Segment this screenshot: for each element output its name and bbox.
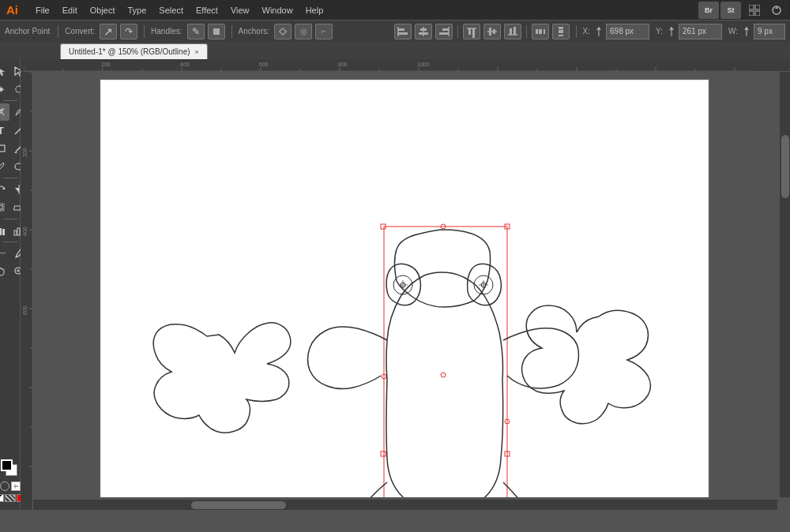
anchor-diamond-icon[interactable] [274, 24, 292, 39]
svg-rect-46 [0, 205, 2, 209]
app-logo: Ai [3, 3, 21, 17]
swap-colors-btn[interactable] [11, 481, 21, 491]
w-coord-input[interactable] [754, 24, 785, 39]
ruler-top: 200 400 600 800 1000 [21, 59, 790, 72]
hand-tool[interactable] [0, 263, 9, 280]
scale-tool[interactable] [0, 199, 9, 216]
tool-separator-2 [3, 178, 17, 178]
anchor-corner-icon[interactable]: ⌐ [315, 24, 333, 39]
svg-rect-51 [2, 229, 5, 235]
align-right-icon[interactable] [435, 24, 453, 39]
convert-arrow-icon[interactable]: ↗ [100, 24, 117, 39]
warp-tool[interactable]: 〰 [0, 245, 9, 262]
align-top-icon[interactable] [463, 24, 480, 39]
artwork-svg[interactable] [33, 72, 768, 497]
tab-label: Untitled-1* @ 150% (RGB/Outline) [69, 47, 190, 56]
svg-line-36 [2, 112, 4, 115]
color-swatches[interactable] [1, 459, 20, 478]
svg-text:800: 800 [338, 62, 348, 67]
menu-edit[interactable]: Edit [56, 0, 84, 20]
x-coord-label: X: [583, 27, 590, 36]
x-coord-input[interactable] [606, 24, 649, 39]
menu-file[interactable]: File [29, 0, 56, 20]
distribute-v-icon[interactable] [552, 24, 570, 39]
magic-wand-tool[interactable]: ✦ [0, 81, 9, 98]
menu-bar: Ai File Edit Object Type Select Effect V… [0, 0, 790, 20]
handle-pen-icon[interactable]: ✎ [187, 24, 205, 39]
bridge-icon[interactable]: Br [698, 2, 719, 19]
svg-rect-40 [0, 145, 5, 152]
graph-tool[interactable] [0, 222, 9, 239]
handle-square-icon[interactable] [208, 24, 225, 39]
svg-marker-44 [2, 187, 6, 189]
handles-label: Handles: [151, 27, 182, 36]
none-swatch[interactable] [0, 481, 9, 491]
menu-type[interactable]: Type [122, 0, 153, 20]
sync-icon[interactable] [766, 2, 787, 19]
svg-rect-26 [544, 29, 545, 34]
menu-object[interactable]: Object [84, 0, 122, 20]
svg-rect-12 [442, 28, 449, 31]
scrollbar-v-thumb[interactable] [781, 135, 789, 198]
anchor-remove-icon[interactable]: ◎ [295, 24, 312, 39]
svg-marker-35 [744, 27, 749, 30]
artwork-viewport[interactable] [33, 72, 790, 497]
svg-rect-24 [536, 29, 538, 34]
svg-text:400: 400 [22, 227, 28, 236]
svg-marker-42 [14, 152, 17, 153]
svg-rect-15 [468, 28, 471, 35]
type-tool[interactable]: T [0, 122, 9, 139]
anchor-point-label: Anchor Point [5, 27, 50, 36]
workspace-grid-icon[interactable] [744, 2, 765, 19]
tab-bar: Untitled-1* @ 150% (RGB/Outline) × [0, 42, 790, 59]
paintbrush-tool[interactable] [0, 158, 9, 175]
scrollbar-h-thumb[interactable] [191, 501, 286, 509]
color-mode-btn[interactable] [0, 494, 4, 502]
ruler-left: 200 400 600 [21, 72, 33, 510]
svg-text:200: 200 [101, 62, 111, 67]
svg-text:600: 600 [22, 305, 28, 315]
svg-text:400: 400 [180, 62, 190, 67]
stock-icon[interactable]: St [720, 2, 741, 19]
menu-help[interactable]: Help [299, 0, 330, 20]
menu-select[interactable]: Select [152, 0, 190, 20]
svg-rect-13 [439, 32, 449, 35]
svg-rect-0 [749, 5, 754, 9]
svg-rect-6 [398, 28, 404, 31]
rotate-tool[interactable] [0, 181, 9, 198]
svg-rect-3 [755, 11, 760, 16]
menu-window[interactable]: Window [256, 0, 299, 20]
menu-view[interactable]: View [224, 0, 256, 20]
tab-close-button[interactable]: × [195, 48, 199, 56]
y-coord-input[interactable] [679, 24, 722, 39]
align-bottom-icon[interactable] [504, 24, 521, 39]
scrollbar-horizontal[interactable] [33, 499, 777, 510]
align-center-v-icon[interactable] [483, 24, 501, 39]
svg-rect-16 [472, 28, 475, 38]
convert-curve-icon[interactable]: ↷ [120, 24, 137, 39]
selection-tool[interactable] [0, 62, 9, 80]
svg-rect-100 [100, 80, 709, 497]
svg-rect-1 [755, 5, 760, 9]
distribute-h-icon[interactable] [532, 24, 549, 39]
main-area: ✦ + T [0, 59, 790, 510]
svg-rect-7 [398, 32, 408, 35]
svg-rect-52 [14, 230, 17, 235]
document-tab[interactable]: Untitled-1* @ 150% (RGB/Outline) × [60, 43, 208, 59]
menu-effect[interactable]: Effect [190, 0, 224, 20]
align-left-icon[interactable] [394, 24, 412, 39]
svg-marker-31 [596, 27, 601, 30]
svg-rect-2 [749, 11, 754, 16]
canvas-area[interactable]: 200 400 600 800 1000 20 [21, 59, 790, 510]
svg-rect-28 [559, 30, 563, 33]
align-center-h-icon[interactable] [415, 24, 432, 39]
pattern-mode-btn[interactable] [5, 494, 16, 502]
svg-rect-22 [514, 27, 516, 35]
pen-tool[interactable] [0, 103, 9, 121]
svg-rect-5 [280, 28, 286, 34]
rect-tool[interactable] [0, 140, 9, 157]
props-bar: Anchor Point Convert: ↗ ↷ Handles: ✎ Anc… [0, 20, 790, 42]
svg-rect-53 [17, 228, 20, 235]
scrollbar-vertical[interactable] [779, 72, 790, 497]
svg-rect-25 [539, 29, 542, 34]
